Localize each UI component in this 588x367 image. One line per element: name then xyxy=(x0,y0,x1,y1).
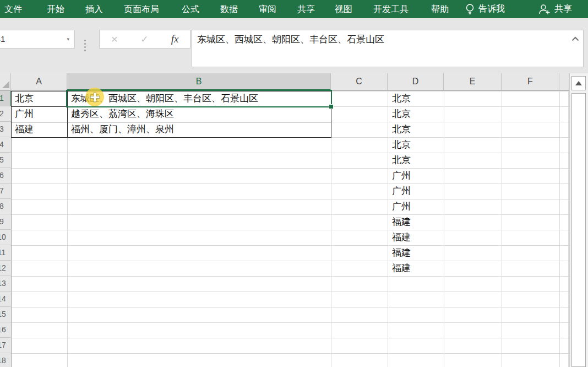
scrollbar-up-button[interactable] xyxy=(571,76,586,90)
lightbulb-icon xyxy=(465,3,475,15)
column-d-values: 北京 北京 北京 北京 北京 广州 广州 广州 福建 福建 福建 福建 xyxy=(388,91,443,276)
tab-home[interactable]: 开始 xyxy=(47,0,64,18)
column-header-g-partial[interactable] xyxy=(559,73,569,91)
name-box-value: B1 xyxy=(0,30,5,48)
row-header-18[interactable]: 18 xyxy=(0,353,12,367)
tab-share[interactable]: 共享 xyxy=(297,0,315,18)
insert-function-icon[interactable]: fx xyxy=(171,33,179,45)
row-header-16[interactable]: 16 xyxy=(0,322,12,338)
data-table-a1-b3: 北京 东城区、西城区、朝阳区、丰台区、石景山区 广州 越秀区、荔湾区、海珠区 福… xyxy=(11,91,331,138)
tab-review[interactable]: 审阅 xyxy=(259,0,276,18)
select-all-triangle-icon xyxy=(2,81,9,88)
cell-d1[interactable]: 北京 xyxy=(388,91,443,106)
cell-d3[interactable]: 北京 xyxy=(388,122,443,137)
tab-insert[interactable]: 插入 xyxy=(85,0,103,18)
formula-input[interactable]: 东城区、西城区、朝阳区、丰台区、石景山区 xyxy=(192,30,584,67)
vertical-scrollbar[interactable] xyxy=(569,73,588,367)
tab-help[interactable]: 帮助 xyxy=(431,0,449,18)
row-header-6[interactable]: 6 xyxy=(0,168,12,184)
row-header-14[interactable]: 14 xyxy=(0,292,12,307)
share-button[interactable]: 共享 xyxy=(538,0,572,18)
scrollbar-thumb[interactable] xyxy=(571,93,586,367)
cell-d2[interactable]: 北京 xyxy=(388,106,443,122)
row-header-13[interactable]: 13 xyxy=(0,276,12,292)
row-header-3[interactable]: 3 xyxy=(0,122,12,137)
row-header-7[interactable]: 7 xyxy=(0,184,12,199)
cell-d12[interactable]: 福建 xyxy=(388,261,443,276)
cell-d5[interactable]: 北京 xyxy=(388,153,443,168)
cell-b2[interactable]: 越秀区、荔湾区、海珠区 xyxy=(68,107,331,122)
tab-developer[interactable]: 开发工具 xyxy=(373,0,409,18)
cancel-icon[interactable]: × xyxy=(111,31,118,47)
cell-d7[interactable]: 广州 xyxy=(388,184,443,199)
name-box[interactable]: B1 ▾ xyxy=(0,30,75,48)
tab-file[interactable]: 文件 xyxy=(4,0,22,18)
tell-me-label: 告诉我 xyxy=(478,3,505,15)
cell-d6[interactable]: 广州 xyxy=(388,168,443,184)
cell-b1[interactable]: 东城区、西城区、朝阳区、丰台区、石景山区 xyxy=(68,91,331,106)
row-headers: 1 2 3 4 5 6 7 8 9 10 11 12 13 14 15 16 1… xyxy=(0,91,12,367)
row-header-17[interactable]: 17 xyxy=(0,338,12,353)
row-header-1[interactable]: 1 xyxy=(0,91,12,106)
table-row: 北京 东城区、西城区、朝阳区、丰台区、石景山区 xyxy=(12,91,331,107)
table-row: 广州 越秀区、荔湾区、海珠区 xyxy=(12,107,331,122)
row-header-5[interactable]: 5 xyxy=(0,153,12,168)
name-box-dropdown-icon[interactable]: ▾ xyxy=(67,30,69,48)
formula-bar-drag-handle[interactable] xyxy=(84,40,86,51)
scroll-up-arrow-icon xyxy=(575,81,582,85)
person-add-icon xyxy=(538,4,551,15)
row-header-8[interactable]: 8 xyxy=(0,199,12,214)
share-label: 共享 xyxy=(554,3,572,15)
formula-text: 东城区、西城区、朝阳区、丰台区、石景山区 xyxy=(197,34,384,45)
cell-a1[interactable]: 北京 xyxy=(12,91,68,106)
cell-b3[interactable]: 福州、厦门、漳州、泉州 xyxy=(68,122,331,137)
tab-data[interactable]: 数据 xyxy=(220,0,238,18)
cell-d11[interactable]: 福建 xyxy=(388,245,443,261)
tell-me-button[interactable]: 告诉我 xyxy=(465,0,505,18)
ribbon-tab-bar: 文件 开始 插入 页面布局 公式 数据 审阅 共享 视图 开发工具 帮助 告诉我 xyxy=(0,0,588,18)
cell-a2[interactable]: 广州 xyxy=(12,107,68,122)
collapse-formula-bar-icon[interactable] xyxy=(571,36,579,41)
tab-view[interactable]: 视图 xyxy=(335,0,352,18)
column-headers: A B C D E F xyxy=(0,73,569,91)
cell-a3[interactable]: 福建 xyxy=(12,122,68,137)
column-header-c[interactable]: C xyxy=(331,73,388,91)
formula-bar-area: B1 ▾ × ✓ fx 东城区、西城区、朝阳区、丰台区、石景山区 xyxy=(0,18,588,73)
column-header-b[interactable]: B xyxy=(67,73,331,91)
row-header-15[interactable]: 15 xyxy=(0,307,12,322)
column-header-a[interactable]: A xyxy=(11,73,67,91)
cell-d8[interactable]: 广州 xyxy=(388,199,443,214)
row-header-4[interactable]: 4 xyxy=(0,137,12,153)
column-header-d[interactable]: D xyxy=(388,73,444,91)
row-header-2[interactable]: 2 xyxy=(0,106,12,122)
row-header-10[interactable]: 10 xyxy=(0,230,12,245)
table-row: 福建 福州、厦门、漳州、泉州 xyxy=(12,122,331,137)
cell-d10[interactable]: 福建 xyxy=(388,230,443,245)
formula-bar-buttons: × ✓ fx xyxy=(99,30,190,48)
enter-icon[interactable]: ✓ xyxy=(140,34,148,45)
row-header-12[interactable]: 12 xyxy=(0,261,12,276)
tab-formulas[interactable]: 公式 xyxy=(182,0,199,18)
select-all-button[interactable] xyxy=(0,73,11,91)
cell-d9[interactable]: 福建 xyxy=(388,214,443,230)
excel-window: 文件 开始 插入 页面布局 公式 数据 审阅 共享 视图 开发工具 帮助 告诉我 xyxy=(0,0,588,367)
column-header-f[interactable]: F xyxy=(502,73,559,91)
row-header-9[interactable]: 9 xyxy=(0,214,12,230)
cell-d4[interactable]: 北京 xyxy=(388,137,443,153)
tab-page-layout[interactable]: 页面布局 xyxy=(124,0,159,18)
row-header-11[interactable]: 11 xyxy=(0,245,12,261)
column-header-e[interactable]: E xyxy=(444,73,502,91)
